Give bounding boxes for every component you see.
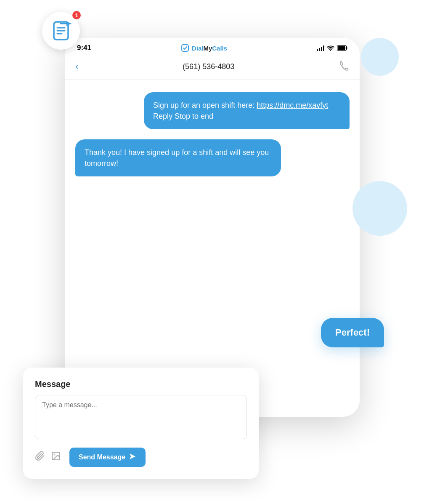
send-button-label: Send Message bbox=[79, 453, 125, 461]
svg-point-7 bbox=[54, 454, 55, 455]
svg-rect-5 bbox=[338, 46, 345, 50]
deco-circle-2 bbox=[352, 181, 407, 236]
call-button[interactable] bbox=[339, 60, 350, 73]
svg-rect-2 bbox=[182, 45, 188, 51]
status-logo-text: DialMyCalls bbox=[192, 45, 227, 52]
paperclip-icon bbox=[35, 451, 45, 461]
status-icons bbox=[317, 45, 348, 51]
compose-card: Message Send Message bbox=[23, 368, 259, 479]
scene: 1 9:41 DialMyCalls bbox=[0, 0, 424, 504]
message-bubble-incoming-1: Thank you! I have signed up for a shift … bbox=[75, 139, 281, 176]
image-attach-icon bbox=[51, 451, 61, 461]
send-arrow-icon bbox=[129, 453, 136, 462]
wifi-icon bbox=[327, 45, 334, 51]
attachment-icon[interactable] bbox=[35, 451, 45, 464]
image-icon[interactable] bbox=[51, 451, 61, 464]
phone-mockup: 9:41 DialMyCalls bbox=[65, 38, 360, 417]
message-bubble-outgoing-1: Sign up for an open shift here: https://… bbox=[144, 92, 350, 129]
dial-my-calls-logo-icon bbox=[181, 44, 189, 52]
svg-point-3 bbox=[330, 50, 331, 51]
deco-circle-1 bbox=[361, 38, 399, 76]
phone-icon bbox=[339, 60, 350, 71]
battery-icon bbox=[337, 45, 348, 51]
back-button[interactable]: ‹ bbox=[75, 61, 78, 72]
status-logo: DialMyCalls bbox=[181, 44, 227, 52]
app-logo-icon bbox=[48, 18, 74, 44]
send-icon bbox=[129, 453, 136, 460]
message-input[interactable] bbox=[35, 395, 247, 439]
perfect-bubble: Perfect! bbox=[321, 318, 384, 347]
nav-bar: ‹ (561) 536-4803 bbox=[65, 56, 360, 80]
notification-badge: 1 bbox=[72, 10, 82, 20]
chat-area: Sign up for an open shift here: https://… bbox=[65, 80, 360, 404]
status-bar: 9:41 DialMyCalls bbox=[65, 38, 360, 56]
signal-bars-icon bbox=[317, 45, 324, 51]
app-icon-wrapper: 1 bbox=[42, 12, 80, 50]
message-link[interactable]: https://dmc.me/xavfyt bbox=[257, 101, 328, 109]
send-message-button[interactable]: Send Message bbox=[69, 448, 146, 467]
compose-label: Message bbox=[35, 379, 247, 389]
compose-toolbar: Send Message bbox=[35, 448, 247, 467]
contact-number: (561) 536-4803 bbox=[183, 62, 234, 71]
